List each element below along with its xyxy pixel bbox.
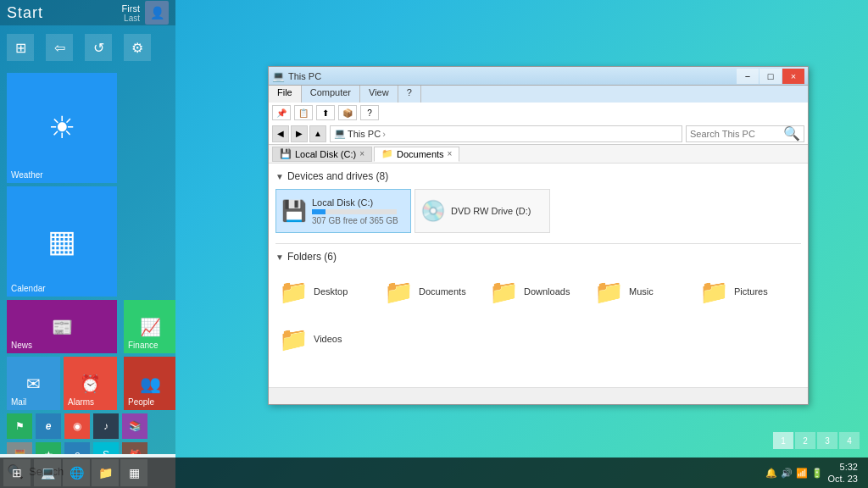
window-icon: 💻 — [272, 70, 285, 82]
tray-icon-3[interactable]: 🔋 — [811, 468, 823, 479]
drive-local-c-space: 307 GB free of 365 GB — [312, 216, 398, 225]
tile-news[interactable]: 📰 News — [7, 300, 117, 353]
nav-power-icon[interactable]: ⊞ — [7, 34, 34, 61]
quick-tabs-bar: 💾 Local Disk (C:) × 📁 Documents × — [269, 145, 808, 164]
status-bar — [269, 387, 808, 404]
ribbon-btn-4[interactable]: ? — [360, 105, 379, 120]
folder-music-name: Music — [629, 286, 654, 297]
small-tile-3[interactable]: ♪ — [93, 413, 119, 439]
quick-tab-local-c-close[interactable]: × — [359, 149, 364, 158]
tile-row-3: 📰 News ✉ Mail ⏰ Alarms 📈 F — [7, 300, 169, 410]
explorer-search-box[interactable]: 🔍 — [686, 125, 804, 142]
nav-refresh-icon[interactable]: ↺ — [85, 34, 112, 61]
tile-people[interactable]: 👥 People — [124, 357, 175, 410]
taskbar-item-0[interactable]: 💻 — [34, 459, 61, 486]
quick-tab-documents-close[interactable]: × — [448, 149, 453, 158]
taskbar-start-button[interactable]: ⊞ — [3, 459, 31, 486]
tray-icon-0[interactable]: 🔔 — [765, 468, 777, 479]
folder-downloads[interactable]: 📁 Downloads — [486, 269, 587, 313]
folder-pictures[interactable]: 📁 Pictures — [696, 269, 798, 313]
ribbon-btn-1[interactable]: 📋 — [294, 105, 313, 120]
system-tray: 🔔 🔊 📶 🔋 — [765, 468, 823, 479]
ribbon-tab-help[interactable]: ? — [398, 86, 421, 103]
taskbar-item-3[interactable]: ▦ — [120, 459, 147, 486]
small-tile-9[interactable]: 🎒 — [122, 442, 147, 454]
ribbon-btn-3[interactable]: 📦 — [338, 105, 357, 120]
window-titlebar: 💻 This PC − □ × — [269, 67, 808, 86]
ribbon-tab-view[interactable]: View — [360, 86, 398, 103]
drive-dvd-d-info: DVD RW Drive (D:) — [451, 206, 531, 216]
ribbon-tab-file[interactable]: File — [269, 86, 302, 103]
tile-people-label: People — [128, 397, 154, 407]
clock: 5:32 Oct. 23 — [828, 461, 858, 485]
user-info[interactable]: First Last 👤 — [122, 1, 169, 25]
small-tile-4[interactable]: 📚 — [122, 413, 147, 439]
file-explorer-window: 💻 This PC − □ × File Computer View ? 📌 📋… — [268, 66, 809, 405]
folder-music-icon: 📁 — [594, 278, 624, 306]
page-btn-4[interactable]: 4 — [839, 432, 860, 449]
tile-calendar-label: Calendar — [11, 284, 46, 293]
drive-local-c[interactable]: 💾 Local Disk (C:) 307 GB free of 365 GB — [275, 189, 411, 233]
avatar[interactable]: 👤 — [145, 1, 169, 25]
close-button[interactable]: × — [782, 69, 804, 84]
nav-settings-icon[interactable]: ⚙ — [124, 34, 151, 61]
quick-tab-local-c[interactable]: 💾 Local Disk (C:) × — [272, 147, 372, 162]
small-tiles-row: ⚑ e ◉ ♪ 📚 🧮 ★ e S 🎒 ≡ ? — [7, 413, 169, 454]
nav-back-icon[interactable]: ⇦ — [46, 34, 73, 61]
tray-icon-1[interactable]: 🔊 — [781, 468, 793, 479]
taskbar-item-1[interactable]: 🌐 — [63, 459, 90, 486]
folder-desktop[interactable]: 📁 Desktop — [275, 269, 377, 313]
folder-desktop-icon: 📁 — [279, 278, 309, 306]
bc-this-pc[interactable]: This PC — [348, 129, 381, 139]
tile-finance[interactable]: 📈 Finance — [124, 300, 175, 353]
folder-desktop-name: Desktop — [314, 286, 348, 297]
up-arrow[interactable]: ▲ — [309, 125, 326, 142]
ribbon-btn-2[interactable]: ⬆ — [316, 105, 335, 120]
folder-music[interactable]: 📁 Music — [591, 269, 693, 313]
taskbar-item-2[interactable]: 📁 — [92, 459, 119, 486]
tray-icon-2[interactable]: 📶 — [796, 468, 808, 479]
tile-weather[interactable]: ☀ Weather — [7, 73, 117, 183]
small-tile-2[interactable]: ◉ — [64, 413, 90, 439]
folder-videos-icon: 📁 — [279, 325, 309, 353]
folder-videos[interactable]: 📁 Videos — [275, 317, 377, 361]
folder-downloads-icon: 📁 — [489, 278, 519, 306]
quick-tab-local-c-label: Local Disk (C:) — [295, 149, 356, 159]
tile-calendar[interactable]: ▦ Calendar — [7, 186, 117, 297]
explorer-main: ▼ Devices and drives (8) 💾 Local Disk (C… — [269, 164, 808, 387]
small-tile-8[interactable]: S — [93, 442, 119, 454]
back-arrow[interactable]: ◀ — [272, 125, 289, 142]
folder-pictures-icon: 📁 — [699, 278, 729, 306]
maximize-button[interactable]: □ — [760, 69, 782, 84]
pagination: 1 2 3 4 — [773, 432, 860, 449]
small-tile-1[interactable]: e — [36, 413, 61, 439]
tile-mail[interactable]: ✉ Mail — [7, 357, 60, 410]
clock-date: Oct. 23 — [828, 473, 858, 485]
tile-row-2: ▦ Calendar — [7, 186, 169, 297]
ribbon-tab-computer[interactable]: Computer — [302, 86, 360, 103]
explorer-search-input[interactable] — [690, 129, 783, 139]
page-btn-1[interactable]: 1 — [773, 432, 793, 449]
small-tile-7[interactable]: e — [64, 442, 90, 454]
drive-local-c-icon: 💾 — [281, 199, 307, 223]
folders-section-header: ▼ Folders (6) — [275, 251, 801, 263]
nav-arrows: ◀ ▶ ▲ — [272, 125, 326, 142]
forward-arrow[interactable]: ▶ — [291, 125, 308, 142]
small-tile-0[interactable]: ⚑ — [7, 413, 32, 439]
drive-dvd-d[interactable]: 💿 DVD RW Drive (D:) — [415, 189, 550, 233]
tile-mail-label: Mail — [11, 397, 26, 407]
start-title: Start — [7, 4, 43, 22]
window-title: This PC — [288, 71, 737, 81]
quick-tab-documents-label: Documents — [397, 149, 444, 159]
page-btn-2[interactable]: 2 — [795, 432, 815, 449]
tile-alarms[interactable]: ⏰ Alarms — [64, 357, 117, 410]
nav-icons-row: ⊞ ⇦ ↺ ⚙ — [0, 25, 175, 69]
ribbon-btn-0[interactable]: 📌 — [272, 105, 291, 120]
small-tile-5[interactable]: 🧮 — [7, 442, 32, 454]
minimize-button[interactable]: − — [737, 69, 759, 84]
quick-tab-documents[interactable]: 📁 Documents × — [374, 147, 459, 162]
small-tile-6[interactable]: ★ — [36, 442, 61, 454]
folder-documents[interactable]: 📁 Documents — [381, 269, 482, 313]
page-btn-3[interactable]: 3 — [817, 432, 837, 449]
breadcrumb-bar: 💻 This PC › — [330, 125, 682, 142]
